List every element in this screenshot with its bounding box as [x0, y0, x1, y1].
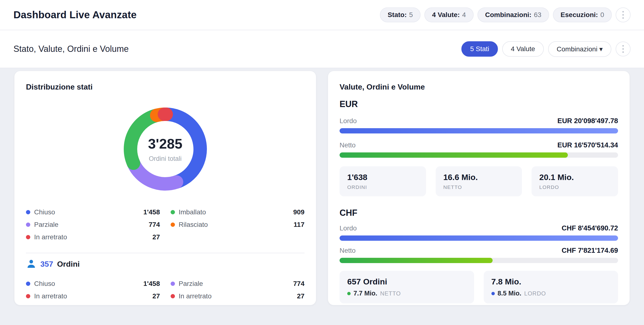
subheader-menu-button[interactable] [616, 41, 630, 56]
volume-row-label: Lordo [340, 117, 357, 125]
stat-sub-row: 7.7 Mio. NETTO [347, 290, 466, 297]
legend-item-chiuso: Chiuso 1'458 [26, 208, 160, 217]
volume-row-amount: CHF 7'821'174.69 [562, 247, 618, 255]
orders-legend: Chiuso 1'458 Parziale 774 In arretrato 2… [26, 279, 304, 301]
legend-label: Chiuso [34, 208, 55, 216]
progress-bar-netto [340, 258, 618, 263]
lordo-dot [492, 292, 495, 295]
legend-label: Chiuso [34, 280, 55, 288]
stat-label: ORDINI [347, 184, 418, 190]
stat-boxes-eur: 1'638 ORDINI 16.6 Mio. NETTO 20.1 Mio. L… [340, 166, 618, 196]
vertical-ellipsis-icon [622, 11, 624, 12]
header: Dashboard Live Avanzate Stato: 5 4 Valut… [0, 0, 644, 30]
stat-box-ordini: 1'638 ORDINI [340, 166, 426, 196]
stat-value: 16.6 Mio. [443, 173, 514, 182]
page-title: Dashboard Live Avanzate [14, 9, 137, 21]
legend-value: 27 [297, 292, 304, 300]
stat-sub-label: NETTO [380, 290, 401, 297]
currency-heading: CHF [340, 208, 618, 218]
currency-section-eur: EUR Lordo EUR 20'098'497.78 Netto EUR 16… [340, 99, 618, 196]
progress-fill [340, 236, 618, 241]
stat-value: 657 Ordini [347, 277, 466, 286]
legend-dot [26, 210, 30, 214]
filter-combinazioni-dropdown[interactable]: Combinazioni ▾ [548, 41, 611, 57]
legend-value: 1'458 [144, 208, 160, 216]
stat-box-ordini: 657 Ordini 7.7 Mio. NETTO [340, 271, 474, 304]
badge-stato: Stato: 5 [380, 7, 420, 22]
stat-box-lordo: 20.1 Mio. LORDO [532, 166, 618, 196]
stat-boxes-chf: 657 Ordini 7.7 Mio. NETTO 7.8 Mio. 8.5 M… [340, 271, 618, 304]
header-badges: Stato: 5 4 Valute: 4 Combinazioni: 63 Es… [380, 7, 630, 22]
volume-row-netto: Netto CHF 7'821'174.69 [340, 247, 618, 255]
stat-value: 1'638 [347, 173, 418, 182]
vertical-ellipsis-icon [622, 45, 624, 46]
stat-sub-row: 8.5 Mio. LORDO [492, 290, 610, 297]
donut-segment-imballato [130, 115, 156, 163]
legend-dot [26, 223, 30, 227]
orders-count: 357 [40, 260, 53, 269]
divider [26, 253, 304, 253]
legend-dot [170, 294, 175, 298]
status-legend: Chiuso 1'458 Imballato 909 Parziale 774 … [26, 208, 304, 242]
progress-bar-lordo [340, 236, 618, 241]
legend-value: 117 [294, 221, 304, 229]
donut-segment-parziale [133, 163, 176, 184]
legend-dot [170, 210, 175, 214]
legend-item-chiuso: Chiuso 1'458 [26, 279, 160, 288]
legend-dot [26, 294, 30, 298]
orders-summary: 357 Ordini [26, 259, 304, 270]
volume-row-lordo: Lordo EUR 20'098'497.78 [340, 117, 618, 125]
legend-value: 774 [293, 280, 304, 288]
stat-label: LORDO [539, 184, 610, 190]
volume-card-title: Valute, Ordini e Volume [340, 83, 618, 91]
donut-chart: 3'285 Ordini totali [115, 99, 216, 199]
legend-dot [26, 235, 30, 239]
legend-label: In arretrato [34, 292, 67, 300]
header-menu-button[interactable] [616, 7, 630, 22]
legend-item-parziale: Parziale 774 [26, 220, 160, 229]
legend-label: Parziale [179, 280, 203, 288]
orders-label: Ordini [57, 260, 80, 269]
badge-valute: 4 Valute: 4 [424, 7, 474, 22]
legend-value: 909 [293, 208, 304, 216]
filter-valute-button[interactable]: 4 Valute [502, 41, 544, 57]
legend-label: Parziale [34, 221, 58, 229]
badge-label: Stato: [388, 11, 406, 19]
badge-value: 0 [600, 11, 604, 19]
badge-value: 63 [534, 11, 542, 19]
legend-item-imballato: Imballato 909 [170, 208, 305, 217]
badge-combinazioni: Combinazioni: 63 [478, 7, 549, 22]
legend-label: Imballato [179, 208, 206, 216]
stat-value: 20.1 Mio. [539, 173, 610, 182]
legend-dot [170, 282, 175, 286]
badge-value: 5 [409, 11, 413, 19]
progress-bar-lordo [340, 128, 618, 133]
badge-label: Esecuzioni: [560, 11, 598, 19]
donut-card: Distribuzione stati 3'285 Ordini totali … [14, 71, 316, 305]
filter-stati-button[interactable]: 5 Stati [461, 41, 498, 57]
main-content: Distribuzione stati 3'285 Ordini totali … [0, 68, 644, 305]
volume-row-lordo: Lordo CHF 8'454'690.72 [340, 224, 618, 232]
volume-row-label: Lordo [340, 224, 357, 232]
section-title: Stato, Valute, Ordini e Volume [14, 44, 129, 54]
stat-box-netto: 16.6 Mio. NETTO [436, 166, 522, 196]
progress-fill [340, 258, 492, 263]
legend-item-parziale: Parziale 774 [170, 279, 305, 288]
legend-item-rilasciato: Rilasciato 117 [170, 220, 305, 229]
stat-sub-label: LORDO [524, 290, 546, 297]
badge-esecuzioni: Esecuzioni: 0 [553, 7, 612, 22]
legend-value: 27 [152, 292, 160, 300]
netto-dot [347, 292, 350, 295]
legend-value: 774 [149, 221, 160, 229]
donut-svg [115, 99, 216, 199]
volume-row-label: Netto [340, 247, 356, 255]
legend-value: 27 [152, 233, 160, 241]
volume-row-amount: CHF 8'454'690.72 [562, 224, 618, 232]
volume-row-netto: Netto EUR 16'570'514.34 [340, 141, 618, 149]
subheader: Stato, Valute, Ordini e Volume 5 Stati 4… [0, 30, 644, 68]
legend-item-in-arretrato: In arretrato 27 [26, 233, 160, 242]
currency-heading: EUR [340, 99, 618, 109]
volume-card: Valute, Ordini e Volume EUR Lordo EUR 20… [328, 71, 630, 305]
legend-item-in-arretrato: In arretrato 27 [170, 292, 305, 301]
legend-label: In arretrato [179, 292, 212, 300]
